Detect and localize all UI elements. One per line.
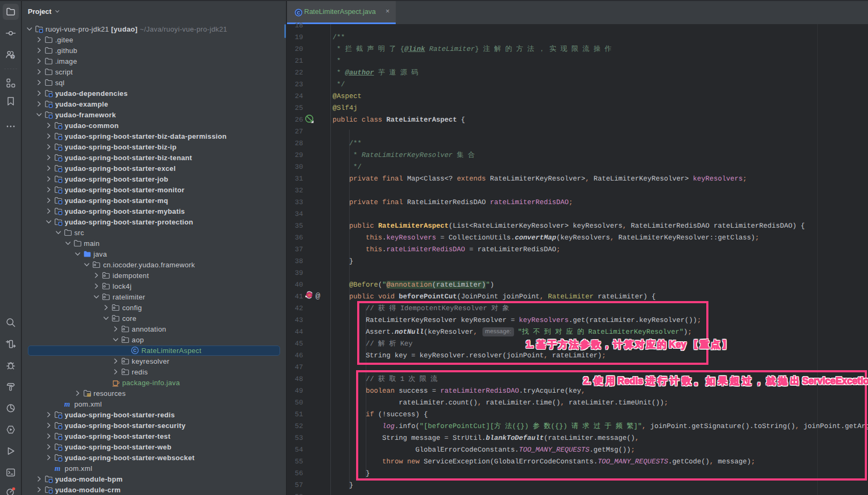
svg-text:C: C [297, 10, 300, 15]
svg-text:m: m [55, 464, 61, 472]
svg-text:m: m [308, 292, 311, 297]
svg-text:C: C [133, 348, 137, 353]
svg-text:m: m [64, 400, 70, 408]
svg-text:?: ? [11, 55, 14, 59]
